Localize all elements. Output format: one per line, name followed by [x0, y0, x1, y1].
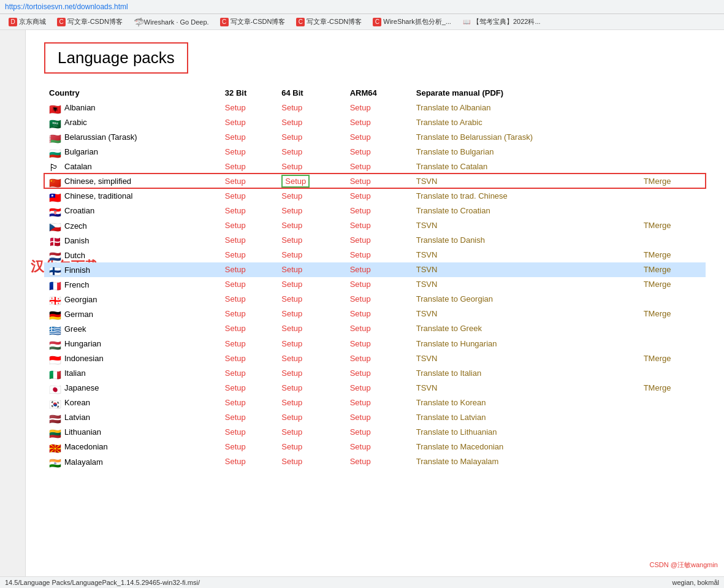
cell-manual2[interactable]: TMerge — [639, 248, 706, 262]
cell-32bit[interactable]: Setup — [220, 410, 276, 424]
cell-manual[interactable]: Translate to trad. Chinese — [411, 188, 639, 203]
setup-arm64-link[interactable]: Setup — [350, 206, 371, 215]
bookmark-wireshark2[interactable]: C WireShark抓包分析_... — [369, 16, 455, 28]
cell-manual[interactable]: TSVN — [411, 351, 639, 365]
cell-32bit[interactable]: Setup — [220, 144, 276, 159]
setup-32bit-link[interactable]: Setup — [225, 191, 246, 200]
setup-32bit-link[interactable]: Setup — [225, 427, 246, 437]
setup-arm64-link[interactable]: Setup — [350, 294, 371, 304]
setup-arm64-link[interactable]: Setup — [350, 398, 371, 407]
cell-64bit[interactable]: Setup — [276, 218, 345, 233]
cell-manual[interactable]: Translate to Arabic — [411, 115, 639, 129]
manual-link[interactable]: Translate to Georgian — [416, 294, 493, 304]
cell-32bit[interactable]: Setup — [220, 321, 276, 336]
setup-64bit-link[interactable]: Setup — [281, 368, 302, 378]
manual2-link[interactable]: TMerge — [644, 177, 671, 186]
manual2-link[interactable]: TMerge — [644, 221, 671, 230]
bookmark-csdn1[interactable]: C 写文章-CSDN博客 — [53, 16, 126, 28]
manual-link[interactable]: TSVN — [416, 354, 438, 363]
setup-32bit-link[interactable]: Setup — [225, 147, 246, 156]
setup-64bit-link[interactable]: Setup — [281, 398, 302, 407]
cell-64bit[interactable]: Setup — [276, 424, 345, 439]
cell-64bit[interactable]: Setup — [276, 321, 345, 336]
bookmark-jd[interactable]: D 京东商城 — [5, 16, 50, 28]
url-bar[interactable]: https://tortoisesvn.net/downloads.html — [0, 0, 724, 14]
setup-64bit-link[interactable]: Setup — [281, 413, 302, 422]
setup-64bit-link[interactable]: Setup — [281, 280, 302, 289]
setup-32bit-link[interactable]: Setup — [225, 250, 246, 259]
cell-64bit[interactable]: Setup — [276, 233, 345, 248]
cell-64bit[interactable]: Setup — [276, 351, 345, 365]
cell-64bit[interactable]: Setup — [276, 292, 345, 307]
cell-64bit[interactable]: Setup — [276, 380, 345, 395]
bookmark-wireshark[interactable]: 🦈 Wireshark · Go Deep. — [130, 17, 213, 28]
cell-arm64[interactable]: Setup — [345, 351, 411, 365]
manual-link[interactable]: Translate to Hungarian — [416, 339, 497, 348]
bookmark-driving[interactable]: 📖 【驾考宝典】2022科... — [459, 16, 544, 28]
setup-arm64-link[interactable]: Setup — [350, 442, 371, 451]
manual2-link[interactable]: TMerge — [644, 309, 671, 318]
cell-32bit[interactable]: Setup — [220, 174, 276, 188]
cell-32bit[interactable]: Setup — [220, 115, 276, 129]
cell-64bit[interactable]: Setup — [276, 395, 345, 410]
cell-32bit[interactable]: Setup — [220, 365, 276, 380]
cell-64bit[interactable]: Setup — [276, 277, 345, 292]
manual2-link[interactable]: TMerge — [644, 383, 671, 392]
cell-manual[interactable]: Translate to Greek — [411, 321, 639, 336]
cell-arm64[interactable]: Setup — [345, 174, 411, 188]
cell-64bit[interactable]: Setup — [276, 100, 345, 115]
setup-32bit-link[interactable]: Setup — [225, 118, 246, 127]
cell-arm64[interactable]: Setup — [345, 248, 411, 262]
setup-64bit-link[interactable]: Setup — [281, 339, 302, 348]
cell-arm64[interactable]: Setup — [345, 218, 411, 233]
setup-arm64-link[interactable]: Setup — [350, 103, 371, 112]
cell-manual[interactable]: Translate to Malayalam — [411, 454, 639, 469]
setup-32bit-link[interactable]: Setup — [225, 206, 246, 215]
cell-manual2[interactable]: TMerge — [639, 262, 706, 277]
setup-32bit-link[interactable]: Setup — [225, 162, 246, 171]
cell-manual2[interactable]: TMerge — [639, 174, 706, 188]
cell-32bit[interactable]: Setup — [220, 292, 276, 307]
cell-64bit[interactable]: Setup — [276, 129, 345, 144]
setup-32bit-link[interactable]: Setup — [225, 368, 246, 378]
manual-link[interactable]: Translate to Bulgarian — [416, 147, 494, 156]
setup-32bit-link[interactable]: Setup — [225, 177, 246, 186]
setup-arm64-link[interactable]: Setup — [350, 324, 371, 333]
setup-arm64-link[interactable]: Setup — [350, 280, 371, 289]
cell-32bit[interactable]: Setup — [220, 159, 276, 174]
setup-32bit-link[interactable]: Setup — [225, 398, 246, 407]
manual-link[interactable]: Translate to Arabic — [416, 118, 482, 127]
cell-arm64[interactable]: Setup — [345, 203, 411, 218]
manual-link[interactable]: TSVN — [416, 177, 438, 186]
cell-manual[interactable]: Translate to Belarussian (Tarask) — [411, 129, 639, 144]
cell-manual[interactable]: Translate to Bulgarian — [411, 144, 639, 159]
cell-manual2[interactable]: TMerge — [639, 307, 706, 321]
manual-link[interactable]: Translate to Greek — [416, 324, 482, 333]
setup-32bit-link[interactable]: Setup — [225, 324, 246, 333]
setup-arm64-link[interactable]: Setup — [350, 191, 371, 200]
cell-64bit[interactable]: Setup — [276, 365, 345, 380]
setup-64bit-link[interactable]: Setup — [281, 324, 302, 333]
setup-arm64-link[interactable]: Setup — [350, 368, 371, 378]
cell-64bit[interactable]: Setup — [276, 262, 345, 277]
manual-link[interactable]: TSVN — [416, 309, 438, 318]
cell-manual[interactable]: Translate to Italian — [411, 365, 639, 380]
manual-link[interactable]: Translate to Croatian — [416, 206, 490, 215]
cell-arm64[interactable]: Setup — [345, 454, 411, 469]
setup-arm64-link[interactable]: Setup — [350, 354, 371, 363]
cell-manual[interactable]: TSVN — [411, 218, 639, 233]
cell-64bit[interactable]: Setup — [276, 188, 345, 203]
cell-32bit[interactable]: Setup — [220, 233, 276, 248]
cell-manual[interactable]: TSVN — [411, 174, 639, 188]
cell-manual[interactable]: Translate to Macedonian — [411, 439, 639, 454]
cell-manual[interactable]: TSVN — [411, 307, 639, 321]
setup-arm64-link[interactable]: Setup — [350, 147, 371, 156]
cell-arm64[interactable]: Setup — [345, 188, 411, 203]
manual2-link[interactable]: TMerge — [644, 250, 671, 259]
cell-32bit[interactable]: Setup — [220, 454, 276, 469]
setup-64bit-link[interactable]: Setup — [281, 457, 302, 466]
cell-arm64[interactable]: Setup — [345, 292, 411, 307]
manual-link[interactable]: TSVN — [416, 280, 438, 289]
manual2-link[interactable]: TMerge — [644, 265, 671, 274]
manual-link[interactable]: Translate to Italian — [416, 368, 481, 378]
